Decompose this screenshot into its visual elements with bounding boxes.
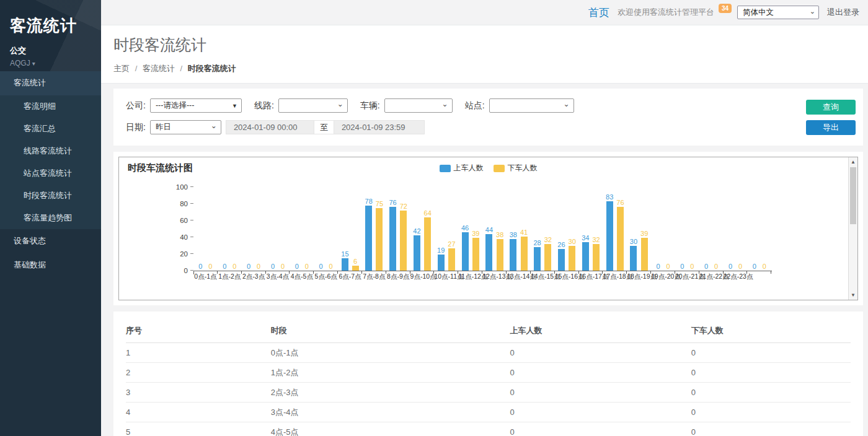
chart-panel: 时段车流统计图 上车人数下车人数 02040608010000000000000… [113, 152, 863, 305]
x-axis-tick-label: 23点-24点 [747, 272, 771, 281]
account-dropdown[interactable]: AQGJ▾ [10, 59, 91, 68]
table-cell: 0 [691, 383, 851, 403]
sidebar-item[interactable]: 线路客流统计 [0, 140, 101, 162]
sidebar-section-1[interactable]: 设备状态 [0, 229, 101, 253]
chart-legend: 上车人数下车人数 [440, 163, 538, 173]
vehicle-select[interactable]: ⌄ [384, 98, 453, 113]
x-axis-tick-label: 18点-19点 [627, 272, 651, 281]
bar-group: 00 [242, 188, 266, 271]
legend-item[interactable]: 下车人数 [494, 163, 538, 173]
bar-group: 3039 [627, 188, 651, 271]
table-row: 10点-1点00 [126, 343, 851, 363]
table-cell: 1 [126, 343, 271, 363]
x-axis-tick-label: 8点-9点 [386, 272, 410, 281]
topbar: 首页 欢迎使用客流统计管理平台 34 简体中文 ⌄ 退出登录 [101, 0, 868, 25]
bar-column: 0 [197, 263, 204, 271]
bar-value-label: 0 [223, 263, 226, 270]
station-select[interactable]: ⌄ [489, 98, 574, 113]
scroll-up-icon[interactable]: ▲ [849, 157, 857, 167]
table-cell: 3点-4点 [271, 403, 510, 422]
home-link[interactable]: 首页 [588, 6, 609, 20]
x-axis-tick-label: 19点-20点 [651, 272, 675, 281]
bar [558, 249, 565, 271]
bar-value-label: 0 [690, 263, 694, 270]
bar-value-label: 0 [295, 263, 299, 270]
bar-value-label: 28 [533, 239, 541, 246]
bar-group: 8376 [603, 188, 627, 271]
legend-swatch [494, 165, 505, 172]
breadcrumb-home[interactable]: 主页 [113, 64, 130, 73]
bar-column: 64 [424, 209, 432, 271]
sidebar: 客流统计 公交 AQGJ▾ 客流统计客流明细客流汇总线路客流统计站点客流统计时段… [0, 0, 101, 436]
x-axis-tick-label: 21点-22点 [699, 272, 724, 281]
chevron-down-icon: ⌄ [564, 100, 570, 108]
chevron-down-icon: ⌄ [211, 121, 217, 130]
sidebar-item[interactable]: 客流汇总 [0, 118, 101, 140]
line-select[interactable]: ⌄ [278, 98, 348, 113]
chart-vertical-scrollbar[interactable]: ▲ ▼ [848, 157, 857, 300]
bar-column: 0 [737, 263, 743, 271]
bar-column: 0 [761, 263, 768, 271]
bar-group: 00 [290, 188, 314, 271]
breadcrumb-separator: / [135, 64, 138, 73]
scrollbar-thumb[interactable] [850, 167, 856, 224]
table-cell: 2 [126, 363, 271, 383]
sidebar-item[interactable]: 客流量趋势图 [0, 207, 101, 229]
query-button[interactable]: 查询 [806, 100, 856, 115]
bar-group: 00 [699, 188, 724, 271]
bar-group: 00 [266, 188, 290, 271]
bar-column: 0 [255, 263, 262, 271]
sidebar-item[interactable]: 时段客流统计 [0, 185, 101, 207]
bar-group: 00 [314, 188, 338, 271]
bar-group: 00 [747, 188, 771, 271]
bar-column: 41 [520, 229, 528, 271]
language-select-value: 简体中文 [743, 7, 774, 18]
breadcrumb-current: 时段客流统计 [188, 64, 236, 73]
bar-group: 4264 [410, 188, 435, 271]
bar-value-label: 0 [704, 263, 708, 270]
bar [438, 255, 445, 271]
bar-column: 0 [655, 263, 662, 271]
bar-group: 2832 [531, 188, 555, 271]
x-axis-tick-label: 5点-6点 [314, 272, 338, 281]
legend-item[interactable]: 上车人数 [440, 163, 484, 173]
bar-column: 39 [640, 230, 648, 271]
sidebar-item[interactable]: 站点客流统计 [0, 162, 101, 185]
bar-column: 34 [582, 234, 589, 271]
brand-title: 客流统计 [10, 15, 91, 37]
export-button[interactable]: 导出 [806, 120, 856, 135]
bar-group: 1927 [434, 188, 458, 271]
bar-column: 38 [510, 231, 517, 271]
x-axis-tick-label: 20点-21点 [675, 272, 699, 281]
bar [534, 247, 541, 271]
bar-value-label: 41 [520, 229, 528, 236]
language-select[interactable]: 简体中文 ⌄ [737, 6, 819, 19]
notification-badge: 34 [719, 4, 732, 13]
bar-column: 15 [341, 250, 348, 271]
breadcrumb-section[interactable]: 客流统计 [143, 64, 175, 73]
date-start-input[interactable]: 2024-01-09 00:00 [226, 120, 314, 134]
x-axis-tick-label: 17点-18点 [603, 272, 627, 281]
bar [352, 266, 359, 271]
bar-column: 0 [713, 263, 720, 271]
bar-value-label: 15 [341, 250, 348, 258]
bar [593, 244, 600, 271]
table-cell: 0 [510, 403, 691, 422]
logout-link[interactable]: 退出登录 [827, 7, 859, 18]
sidebar-section-2[interactable]: 基础数据 [0, 253, 101, 277]
bar-value-label: 44 [485, 226, 493, 233]
table-cell: 0 [510, 363, 691, 383]
x-axis-tick-label: 3点-4点 [266, 272, 290, 281]
scroll-down-icon[interactable]: ▼ [849, 290, 857, 300]
sidebar-section-0[interactable]: 客流统计 [0, 71, 101, 95]
sidebar-menu: 客流统计客流明细客流汇总线路客流统计站点客流统计时段客流统计客流量趋势图设备状态… [0, 71, 101, 277]
bar-value-label: 0 [753, 263, 756, 270]
company-select[interactable]: ---请选择--- ▼ [150, 98, 242, 113]
date-preset-select[interactable]: 昨日 ⌄ [150, 120, 221, 134]
bar-column: 0 [727, 263, 733, 271]
sidebar-item[interactable]: 客流明细 [0, 95, 101, 118]
date-end-input[interactable]: 2024-01-09 23:59 [334, 120, 425, 134]
bar-value-label: 0 [319, 263, 323, 270]
y-axis-tick-label: 0 [184, 267, 188, 274]
x-axis-tick-label: 4点-5点 [290, 272, 314, 281]
